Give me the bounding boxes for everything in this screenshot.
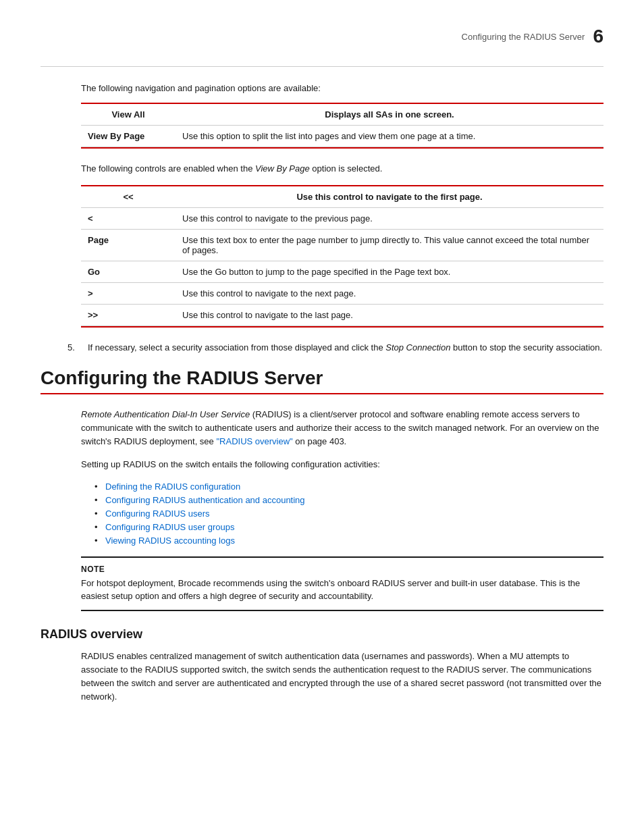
table-row: > Use this control to navigate to the ne… — [81, 282, 603, 304]
ctrl-row-r-key: > — [81, 282, 176, 304]
table-row: < Use this control to navigate to the pr… — [81, 207, 603, 229]
list-item: Configuring RADIUS authentication and ac… — [95, 495, 603, 505]
view-by-page-italic: View By Page — [255, 163, 310, 174]
ctrl-row-rr-key: >> — [81, 304, 176, 325]
list-item: Defining the RADIUS configuration — [95, 481, 603, 492]
radius-overview-link[interactable]: "RADIUS overview" — [216, 436, 292, 446]
table-row: View By Page Use this option to split th… — [81, 126, 603, 147]
defining-radius-config-link[interactable]: Defining the RADIUS configuration — [105, 481, 240, 492]
list-item: Configuring RADIUS users — [95, 509, 603, 519]
page-number: 6 — [593, 27, 603, 46]
viewing-radius-logs-link[interactable]: Viewing RADIUS accounting logs — [105, 536, 235, 546]
ctrl-row-l-desc: Use this control to navigate to the prev… — [176, 207, 603, 229]
ctrl-row-go-key: Go — [81, 261, 176, 282]
ctrl-row-go-desc: Use the Go button to jump to the page sp… — [176, 261, 603, 282]
table-row: >> Use this control to navigate to the l… — [81, 304, 603, 325]
header-divider — [41, 66, 603, 67]
nav-row-view-by-page-desc: Use this option to split the list into p… — [176, 126, 603, 147]
ctrl-row-page-desc: Use this text box to enter the page numb… — [176, 229, 603, 261]
ctrl-row-r-desc: Use this control to navigate to the next… — [176, 282, 603, 304]
list-item: Viewing RADIUS accounting logs — [95, 536, 603, 546]
configuration-activities-list: Defining the RADIUS configuration Config… — [95, 481, 603, 546]
step-5-number: 5. — [68, 341, 81, 355]
chapter-header-title: Configuring the RADIUS Server — [462, 32, 585, 42]
ctrl-row-ll-key: << — [81, 186, 176, 208]
table-row: Page Use this text box to enter the page… — [81, 229, 603, 261]
chapter-title: Configuring the RADIUS Server — [41, 367, 603, 394]
configuring-radius-user-groups-link[interactable]: Configuring RADIUS user groups — [105, 522, 234, 532]
radius-full-name-italic: Remote Authentication Dial-In User Servi… — [81, 409, 250, 419]
navigation-table: View All Displays all SAs in one screen.… — [81, 103, 603, 149]
step-5-text: If necessary, select a security associat… — [88, 341, 602, 355]
nav-row-view-by-page-key: View By Page — [81, 126, 176, 147]
step-5: 5. If necessary, select a security assoc… — [68, 341, 603, 355]
controls-table-intro: The following controls are enabled when … — [81, 162, 603, 176]
table-row: Go Use the Go button to jump to the page… — [81, 261, 603, 282]
note-box: NOTE For hotspot deployment, Brocade rec… — [81, 556, 603, 611]
stop-connection-italic: Stop Connection — [385, 342, 450, 353]
ctrl-row-l-key: < — [81, 207, 176, 229]
list-item: Configuring RADIUS user groups — [95, 522, 603, 532]
controls-table: << Use this control to navigate to the f… — [81, 185, 603, 328]
nav-row-view-all-key: View All — [81, 103, 176, 126]
configuring-radius-users-link[interactable]: Configuring RADIUS users — [105, 509, 210, 519]
radius-overview-para: RADIUS enables centralized management of… — [81, 650, 603, 704]
chapter-intro-para: Remote Authentication Dial-In User Servi… — [81, 408, 603, 448]
radius-overview-heading: RADIUS overview — [41, 627, 603, 642]
ctrl-row-ll-desc: Use this control to navigate to the firs… — [176, 186, 603, 208]
nav-table-intro: The following navigation and pagination … — [81, 83, 603, 93]
nav-row-view-all-desc: Displays all SAs in one screen. — [176, 103, 603, 126]
page-header: Configuring the RADIUS Server 6 — [41, 27, 603, 46]
note-text: For hotspot deployment, Brocade recommen… — [81, 577, 603, 603]
note-label: NOTE — [81, 565, 603, 574]
setup-intro-text: Setting up RADIUS on the switch entails … — [81, 458, 603, 471]
ctrl-row-rr-desc: Use this control to navigate to the last… — [176, 304, 603, 325]
ctrl-row-page-key: Page — [81, 229, 176, 261]
configuring-radius-auth-link[interactable]: Configuring RADIUS authentication and ac… — [105, 495, 305, 505]
